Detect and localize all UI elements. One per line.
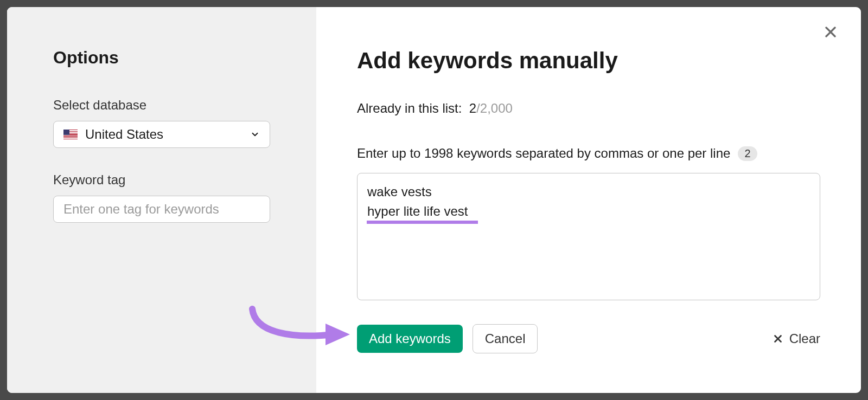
close-button[interactable] — [822, 23, 839, 43]
database-select[interactable]: United States — [53, 121, 270, 148]
options-title: Options — [53, 48, 270, 68]
database-label: Select database — [53, 98, 270, 113]
us-flag-icon — [63, 130, 78, 139]
close-icon — [772, 333, 784, 345]
already-status: Already in this list: 2/2,000 — [357, 101, 820, 116]
textarea-wrap — [357, 173, 820, 302]
options-sidebar: Options Select database United States Ke… — [7, 7, 316, 393]
keywords-textarea[interactable] — [357, 173, 820, 300]
main-panel: Add keywords manually Already in this li… — [316, 7, 861, 393]
clear-label: Clear — [789, 331, 820, 346]
already-max: /2,000 — [476, 101, 513, 115]
modal-title: Add keywords manually — [357, 48, 820, 74]
already-label: Already in this list: — [357, 101, 462, 115]
add-keywords-modal: Options Select database United States Ke… — [5, 5, 863, 395]
already-count: 2 — [469, 101, 476, 115]
cancel-button[interactable]: Cancel — [473, 324, 538, 353]
entered-count-badge: 2 — [738, 146, 757, 161]
hint-text: Enter up to 1998 keywords separated by c… — [357, 146, 730, 161]
clear-button[interactable]: Clear — [772, 331, 820, 346]
action-row: Add keywords Cancel Clear — [357, 324, 820, 353]
close-icon — [822, 23, 839, 41]
tag-label: Keyword tag — [53, 172, 270, 188]
chevron-down-icon — [250, 130, 260, 139]
database-value: United States — [85, 127, 250, 142]
hint-line: Enter up to 1998 keywords separated by c… — [357, 146, 820, 161]
keyword-tag-input[interactable] — [53, 196, 270, 223]
add-keywords-button[interactable]: Add keywords — [357, 325, 463, 353]
